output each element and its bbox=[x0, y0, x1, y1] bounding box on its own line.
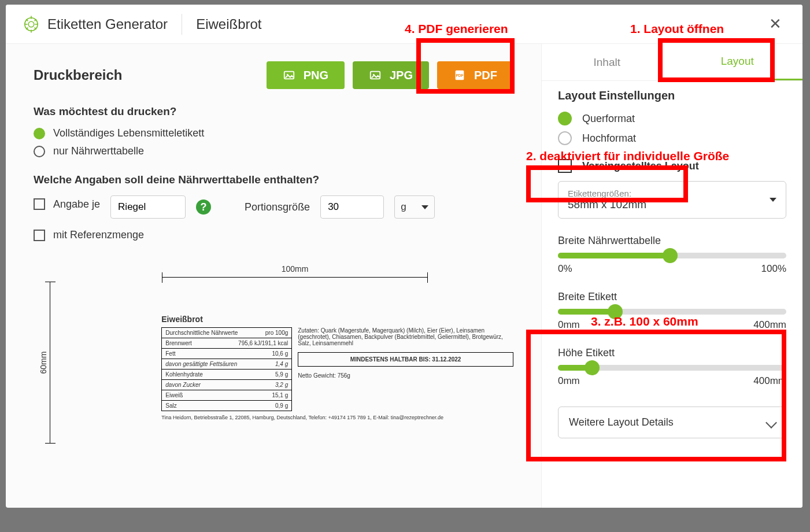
radio-full-label[interactable]: Vollständiges Lebensmitteletikett bbox=[34, 127, 513, 139]
mhd-box: MINDESTENS HALTBAR BIS: 31.12.2022 bbox=[298, 352, 513, 367]
slider-width-label: Breite Etikett bbox=[558, 291, 786, 303]
slider-table-max: 100% bbox=[761, 263, 786, 275]
layout-panel: Layout Einstellungen Querformat Hochform… bbox=[542, 81, 802, 508]
jpg-button[interactable]: JPG bbox=[353, 61, 429, 89]
app-logo-icon bbox=[22, 15, 40, 34]
export-buttons: PNG JPG PDF PDF bbox=[267, 61, 513, 89]
dim-horizontal: 100mm bbox=[162, 264, 428, 282]
quer-label: Querformat bbox=[582, 113, 635, 125]
footer-text: Tina Heidorn, Betriebsstraße 1, 22085, H… bbox=[161, 415, 513, 420]
label-preview: 100mm 60mm Eiweißbrot Durchschnittliche … bbox=[34, 264, 513, 444]
checkbox-icon bbox=[34, 230, 45, 241]
close-button[interactable]: ✕ bbox=[764, 13, 786, 35]
slider-thumb[interactable] bbox=[585, 360, 600, 375]
svg-point-1 bbox=[28, 21, 34, 27]
modal: Etiketten Generator Eiweißbrot ✕ Druckbe… bbox=[6, 5, 802, 508]
slider-table-label: Breite Nährwerttabelle bbox=[558, 235, 786, 247]
radio-querformat[interactable]: Querformat bbox=[558, 112, 786, 125]
dim-height-label: 60mm bbox=[39, 352, 48, 374]
tab-inhalt[interactable]: Inhalt bbox=[542, 44, 672, 80]
referenz-checkbox[interactable]: mit Referenzmenge bbox=[34, 229, 513, 241]
slider-table[interactable] bbox=[558, 253, 786, 258]
radio-table-only[interactable]: nur Nährwerttabelle bbox=[34, 145, 513, 157]
referenz-label: mit Referenzmenge bbox=[53, 229, 144, 241]
app-title: Etiketten Generator bbox=[47, 16, 168, 32]
header-separator bbox=[182, 14, 182, 35]
slider-thumb[interactable] bbox=[663, 248, 678, 263]
checkbox-icon bbox=[558, 159, 572, 173]
png-button[interactable]: PNG bbox=[267, 61, 345, 89]
pdf-button[interactable]: PDF PDF bbox=[437, 61, 513, 89]
radio-table-text: nur Nährwerttabelle bbox=[53, 145, 144, 157]
ingredients-text: Zutaten: Quark (Magerstufe, Magerquark) … bbox=[298, 327, 513, 346]
svg-text:PDF: PDF bbox=[456, 73, 464, 77]
card-title: Eiweißbrot bbox=[161, 315, 513, 324]
pdf-icon: PDF bbox=[453, 69, 466, 82]
radio-hochformat[interactable]: Hochformat bbox=[558, 131, 786, 145]
caret-icon bbox=[421, 205, 428, 209]
nutrition-table: Durchschnittliche Nährwertepro 100gBrenn… bbox=[161, 327, 292, 411]
slider-height[interactable] bbox=[558, 365, 786, 371]
help-icon[interactable]: ? bbox=[196, 200, 211, 215]
radio-icon bbox=[558, 131, 572, 145]
image-icon bbox=[283, 69, 295, 82]
slider-width-min: 0mm bbox=[558, 319, 580, 331]
right-pane: Inhalt Layout Layout Einstellungen Querf… bbox=[541, 44, 802, 508]
caret-icon bbox=[770, 198, 776, 202]
jpg-label: JPG bbox=[390, 69, 413, 82]
size-select-lbl: Etikettengrößen: bbox=[568, 189, 646, 198]
checkbox-icon bbox=[34, 198, 45, 210]
portion-label: Portionsgröße bbox=[245, 201, 310, 213]
angabe-checkbox[interactable]: Angabe je bbox=[34, 198, 100, 210]
angabe-input[interactable] bbox=[110, 195, 186, 219]
chevron-down-icon bbox=[765, 417, 777, 428]
radio-icon bbox=[558, 112, 572, 125]
slider-table-min: 0% bbox=[558, 263, 572, 275]
details-accordion[interactable]: Weitere Layout Details bbox=[558, 407, 786, 438]
slider-width[interactable] bbox=[558, 309, 786, 315]
slider-height-label: Höhe Etikett bbox=[558, 347, 786, 359]
question-contents: Welche Angaben soll deine Nährwerttabell… bbox=[34, 173, 513, 186]
modal-header: Etiketten Generator Eiweißbrot ✕ bbox=[6, 5, 802, 44]
preset-checkbox[interactable]: Voreingestelltes Layout bbox=[558, 159, 786, 173]
preset-label: Voreingestelltes Layout bbox=[582, 160, 699, 172]
slider-thumb[interactable] bbox=[608, 304, 623, 319]
hoch-label: Hochformat bbox=[582, 132, 636, 145]
left-pane: Druckbereich PNG JPG PDF PDF bbox=[6, 44, 541, 508]
dim-vertical: 60mm bbox=[34, 282, 56, 444]
size-select-val: 58mm x 102mm bbox=[568, 198, 646, 211]
image-icon bbox=[369, 69, 382, 82]
radio-icon bbox=[34, 128, 45, 139]
details-label: Weitere Layout Details bbox=[569, 416, 674, 428]
pdf-label: PDF bbox=[474, 69, 497, 82]
png-label: PNG bbox=[304, 69, 328, 82]
label-size-select[interactable]: Etikettengrößen: 58mm x 102mm bbox=[558, 181, 786, 219]
card-right: Zutaten: Quark (Magerstufe, Magerquark) … bbox=[298, 327, 513, 411]
radio-icon bbox=[34, 146, 45, 157]
slider-width-max: 400mm bbox=[753, 319, 786, 331]
section-title: Druckbereich bbox=[34, 67, 122, 83]
slider-height-min: 0mm bbox=[558, 375, 580, 387]
layout-heading: Layout Einstellungen bbox=[558, 89, 786, 102]
dim-width-label: 100mm bbox=[282, 264, 309, 274]
unit-select[interactable]: g bbox=[394, 195, 435, 219]
recipe-title: Eiweißbrot bbox=[196, 16, 261, 32]
label-card: Eiweißbrot Durchschnittliche Nährwertepr… bbox=[161, 300, 513, 426]
tabs: Inhalt Layout bbox=[542, 44, 802, 81]
tab-layout[interactable]: Layout bbox=[672, 44, 803, 80]
radio-full-text: Vollständiges Lebensmitteletikett bbox=[53, 127, 204, 139]
slider-height-max: 400mm bbox=[753, 375, 786, 387]
netweight-text: Netto Gewicht: 756g bbox=[298, 372, 513, 379]
angabe-label: Angabe je bbox=[53, 198, 100, 210]
unit-value: g bbox=[401, 201, 406, 213]
portion-input[interactable] bbox=[320, 195, 384, 219]
question-print: Was möchtest du drucken? bbox=[34, 105, 513, 118]
